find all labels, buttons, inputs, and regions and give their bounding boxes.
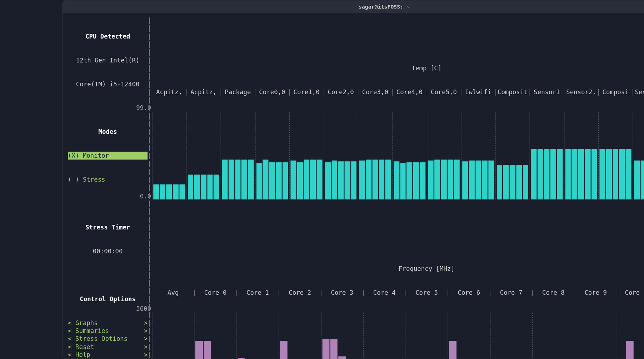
chart-column-label: Composi (598, 88, 633, 96)
modes-label: Modes (68, 128, 148, 136)
chart-bar (310, 160, 316, 199)
menu-reset[interactable]: < Reset> (68, 343, 148, 350)
chart-column-label: Composit (495, 88, 530, 96)
chart-bar (366, 160, 371, 199)
chart-bar (606, 149, 612, 199)
chart-column (405, 313, 448, 359)
chart-bar (179, 184, 185, 199)
chart-column (221, 112, 255, 199)
chart-bar (351, 161, 357, 199)
temp-chart-header: Acpitz,Acpitz,PackageCore0,0Core1,0Core2… (152, 88, 644, 96)
chart-bar (591, 149, 597, 199)
chart-bar (322, 339, 329, 359)
chart-column (617, 313, 644, 359)
chart-bar (283, 162, 288, 199)
chart-bar (153, 184, 159, 199)
chart-bar (462, 161, 468, 199)
chart-column (236, 313, 279, 359)
chart-column-label: Core3,0 (358, 88, 392, 96)
chart-column (255, 112, 289, 199)
chart-bar (475, 161, 481, 199)
chart-bar (331, 161, 337, 199)
chart-bar (544, 149, 550, 199)
chart-bar (600, 149, 605, 199)
chart-bar (619, 149, 625, 199)
chart-bar (565, 149, 571, 199)
chart-bar (626, 149, 631, 199)
chart-bar (640, 161, 644, 199)
chart-bar (196, 341, 203, 359)
chart-column-label: Core4,0 (392, 88, 426, 96)
chart-bar (338, 161, 344, 199)
temp-chart: Temp [C] Acpitz,Acpitz,PackageCore0,0Cor… (152, 48, 644, 215)
stress-timer-value: 00:00:00 (68, 247, 148, 255)
chart-bar (379, 160, 385, 199)
chart-bar (407, 162, 413, 199)
chart-column-label: Acpitz, (186, 88, 221, 96)
chart-bar (291, 161, 296, 199)
chart-column-label: Core 4 (363, 289, 405, 297)
chart-column-label: Core 10 (617, 289, 644, 297)
chart-bar (413, 162, 419, 199)
mode-monitor[interactable]: (X) Monitor (68, 152, 148, 160)
chart-column (495, 112, 530, 199)
chart-bar (394, 161, 399, 199)
chart-column-label: Core 9 (575, 289, 617, 297)
chart-bar (194, 175, 200, 199)
chart-column-label: Avg (152, 289, 194, 297)
titlebar[interactable]: sagar@itsFOSS: ~ − ＋ ✕ (63, 0, 644, 13)
chart-bar (572, 149, 578, 199)
chart-column-label: Core 2 (279, 289, 321, 297)
chart-column (324, 112, 358, 199)
chart-bar (531, 149, 537, 199)
mode-stress[interactable]: ( ) Stress (68, 176, 105, 183)
terminal-window: sagar@itsFOSS: ~ − ＋ ✕ CPU Detected 12th… (62, 0, 644, 359)
freq-chart: Frequency [MHz] AvgCore 0Core 1Core 2Cor… (152, 249, 644, 359)
chart-bar (241, 160, 247, 199)
chart-bar (496, 165, 502, 199)
chart-bar (256, 163, 262, 199)
chart-column-label: Package (221, 88, 255, 96)
control-options-label: Control Options (68, 295, 148, 303)
chart-bar (503, 165, 509, 199)
chart-column (633, 112, 644, 199)
menu-stress options[interactable]: < Stress Options> (68, 335, 148, 343)
chart-bar (201, 175, 206, 199)
chart-column-label: Core5,0 (426, 88, 461, 96)
chart-column-label: Core 1 (236, 289, 279, 297)
chart-bar (385, 160, 391, 199)
chart-bar (454, 160, 460, 199)
chart-bar (345, 161, 350, 199)
chart-bar (613, 149, 618, 199)
chart-column-label: Core 6 (448, 289, 490, 297)
menu-graphs[interactable]: < Graphs> (68, 319, 148, 327)
chart-column-label: Sensor2, (564, 88, 598, 96)
chart-column (321, 313, 363, 359)
chart-bar (304, 160, 309, 199)
chart-bar (339, 357, 346, 359)
chart-bar (325, 162, 331, 199)
chart-column (358, 112, 392, 199)
chart-column-label: Sensor1 (530, 88, 564, 96)
chart-bar (204, 341, 211, 359)
menu-summaries[interactable]: < Summaries> (68, 327, 148, 335)
chart-bar (482, 161, 488, 199)
chart-bar (523, 165, 528, 199)
chart-bar (400, 163, 406, 199)
freq-chart-header: AvgCore 0Core 1Core 2Core 3Core 4Core 5C… (152, 289, 644, 297)
chart-bar (420, 162, 425, 199)
freq-chart-title: Frequency [MHz] (152, 265, 644, 273)
chart-bar (317, 160, 323, 199)
chart-column-label: Core2,0 (324, 88, 358, 96)
stress-timer-label: Stress Timer (68, 223, 148, 231)
chart-column-label: Core 0 (194, 289, 236, 297)
menu-help[interactable]: < Help> (68, 350, 148, 358)
chart-column (194, 313, 236, 359)
chart-bar (488, 161, 494, 199)
chart-bar (428, 161, 434, 199)
terminal-body: CPU Detected 12th Gen Intel(R) Core(TM) … (63, 13, 644, 359)
chart-bar (510, 165, 515, 199)
chart-bar (166, 184, 172, 199)
chart-bar (578, 149, 584, 199)
chart-bar (229, 160, 234, 199)
